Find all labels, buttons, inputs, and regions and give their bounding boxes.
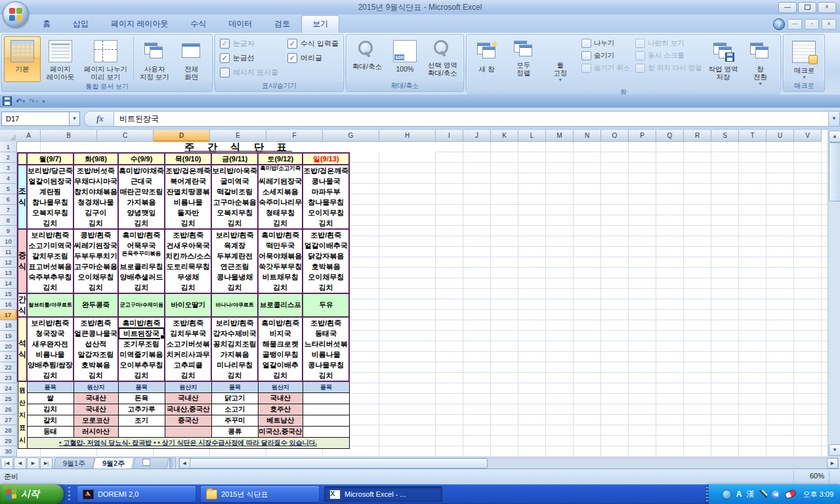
origin-header-cell[interactable]: 품목 [118, 381, 165, 393]
menu-item[interactable]: 굴미역국 [212, 176, 257, 186]
menu-item[interactable]: 비름나물 [165, 197, 211, 207]
menu-item[interactable]: 얼갈이된장국 [28, 176, 73, 186]
origin-value-cell[interactable]: 미국산,중국산 [258, 427, 303, 438]
menu-item[interactable]: 숙주부추무침 [28, 272, 73, 282]
column-header-L[interactable]: L [518, 130, 546, 142]
menu-item[interactable]: 김치 [119, 282, 164, 293]
prev-sheet-icon[interactable]: ◀ [14, 457, 26, 469]
menu-item[interactable]: 보리밥/흰죽 [212, 230, 257, 240]
menu-day-cell[interactable]: 보리밥/아욱죽굴미역국떡갈비조림고구마순볶음오복지무침김치 [211, 165, 258, 229]
row-header-22[interactable]: 22 [0, 362, 17, 373]
column-header-V[interactable]: V [794, 130, 822, 142]
origin-header-cell[interactable]: 품목 [303, 381, 349, 393]
origin-item-cell[interactable] [303, 427, 349, 438]
close-icon[interactable]: × [818, 2, 836, 13]
숨기기-button[interactable]: 숨기기 [581, 51, 630, 60]
origin-value-cell[interactable]: 러시아산 [74, 427, 118, 438]
menu-item[interactable]: 매란곤약조림 [119, 186, 164, 197]
column-header-K[interactable]: K [491, 130, 518, 142]
menu-item[interactable]: 콩나물냉채 [212, 272, 257, 282]
menu-item[interactable]: 흑미밥/야채죽 [119, 165, 164, 176]
column-header-C[interactable]: C [97, 130, 154, 142]
menu-item[interactable]: 조밥/흰죽 [74, 318, 117, 328]
menu-item[interactable]: 비름나물 [303, 349, 348, 360]
menu-item[interactable]: 소고기미역국 [28, 240, 73, 251]
ribbon-tab-보기[interactable]: 보기 [301, 15, 339, 33]
section-label-조식[interactable]: 조식 [18, 165, 27, 229]
나누기-button[interactable]: 나누기 [581, 39, 630, 48]
menu-item[interactable]: 새우완자전 [28, 339, 73, 349]
menu-day-cell[interactable]: 조밥/흰죽김치두부국소고기버섯볶치커리사과무고추피클김치 [165, 317, 211, 381]
menu-item[interactable]: 콩밥/흰죽 [74, 230, 117, 240]
row-header-1[interactable]: 1 [0, 142, 17, 152]
menu-item[interactable]: 호박볶음 [74, 360, 117, 370]
100%-button[interactable]: 100% [386, 36, 424, 81]
menu-item[interactable]: 김치 [74, 218, 117, 228]
menu-item[interactable]: 보리밥/아욱죽 [212, 165, 257, 176]
menu-item[interactable]: 숙주미나리무 [259, 197, 302, 207]
menu-item[interactable]: 소고기버섯볶 [165, 339, 211, 349]
menu-item[interactable]: 김치 [259, 282, 302, 293]
save-icon[interactable] [3, 96, 12, 106]
기본-button[interactable]: 기본 [4, 36, 41, 82]
menu-item[interactable]: 김치 [165, 370, 211, 381]
sheet-tab-9월1주[interactable]: 9월1주 [53, 457, 95, 469]
숨기기-취소-button[interactable]: 숨기기 취소 [581, 64, 630, 73]
menu-item[interactable]: 어묵야채볶음 [259, 251, 302, 261]
origin-item-cell[interactable]: 콩류 [211, 427, 258, 438]
menu-day-cell[interactable]: 보리밥/흰죽소고기미역국갈치무조림표고버섯볶음숙주부추무침김치 [27, 229, 74, 293]
menu-item[interactable]: 떡갈비조림 [212, 186, 257, 197]
row-header-25[interactable]: 25 [0, 394, 17, 404]
pill-icon[interactable] [784, 489, 797, 499]
formula-bar-expand-icon[interactable]: ▼ [829, 111, 840, 127]
menu-item[interactable]: 섭산적 [74, 339, 117, 349]
first-sheet-icon[interactable]: |◀ [1, 457, 13, 469]
확대/축소-button[interactable]: 확대/축소 [348, 36, 386, 81]
origin-header-cell[interactable]: 원산지 [258, 381, 303, 393]
menu-item[interactable]: 조밥/흰죽 [165, 230, 211, 240]
menu-item[interactable]: 청국장국 [28, 328, 73, 339]
row-header-9[interactable]: 9 [0, 226, 17, 236]
menu-item[interactable]: 김치 [303, 370, 348, 381]
help-icon[interactable]: ? [773, 18, 785, 30]
menu-item[interactable]: 김치 [303, 218, 348, 228]
menu-day-cell[interactable]: 조밥/흰죽얼큰콩나물국섭산적알감자조림호박볶음김치 [74, 317, 118, 381]
row-header-12[interactable]: 12 [0, 257, 17, 268]
menu-item[interactable]: 미나리무침 [212, 360, 257, 370]
나란히-보기-button[interactable]: 나란히 보기 [635, 39, 702, 48]
scroll-right-icon[interactable]: ▶ [827, 458, 838, 469]
day-header-cell[interactable]: 화(9/8) [74, 153, 118, 165]
snack-cell[interactable]: 쌀브리틀/야쿠르트 [27, 293, 74, 317]
menu-item[interactable]: 양념깻잎 [119, 207, 164, 218]
menu-item[interactable]: 김치 [303, 282, 348, 293]
menu-day-cell[interactable]: 조밥/흰죽얼갈이배추국닭감자볶음호박볶음오이채무침김치 [303, 229, 349, 293]
row-header-2[interactable]: 2 [0, 152, 17, 163]
menu-item[interactable]: 콩나물국 [303, 176, 348, 186]
menu-item[interactable]: 연근조림 [212, 261, 257, 272]
menu-day-cell[interactable]: 콩밥/흰죽씨레기된장국두부두루치기고구마순볶음오이채무침김치 [74, 229, 118, 293]
menu-item[interactable]: 보리밥/당근죽 [28, 165, 73, 176]
snack-cell[interactable]: 완두콩죽 [74, 293, 118, 317]
menu-item[interactable]: 보리밥/흰죽 [28, 318, 73, 328]
day-header-cell[interactable]: 일(9/13) [303, 153, 349, 165]
row-header-20[interactable]: 20 [0, 341, 17, 352]
menu-item[interactable]: 김치 [212, 218, 257, 228]
column-header-H[interactable]: H [379, 130, 436, 142]
menu-item[interactable]: 오복지무침 [212, 207, 257, 218]
menu-item[interactable]: 양배추찜/쌈장 [28, 360, 73, 370]
last-sheet-icon[interactable]: ▶| [40, 457, 52, 469]
taskbar-button-1[interactable]: DOREMI 2,0 [77, 486, 196, 502]
menu-item[interactable]: 김치 [212, 370, 257, 381]
day-header-cell[interactable]: 월(9/7) [27, 153, 74, 165]
column-header-G[interactable]: G [323, 130, 379, 142]
menu-item[interactable]: 김치 [28, 218, 73, 228]
row-header-16[interactable]: 16 [0, 299, 17, 310]
origin-item-cell[interactable]: 소고기 [211, 404, 258, 415]
menu-item[interactable]: 씨레기된장국 [259, 176, 302, 186]
menu-item[interactable]: 어묵무국 [119, 240, 164, 251]
menu-item[interactable]: 치커리사과무 [165, 349, 211, 360]
ribbon-tab-검토[interactable]: 검토 [263, 15, 301, 33]
menu-item[interactable]: 김치 [165, 218, 211, 228]
zoom-level-label[interactable]: 60% [810, 472, 824, 480]
row-header-3[interactable]: 3 [0, 163, 17, 173]
